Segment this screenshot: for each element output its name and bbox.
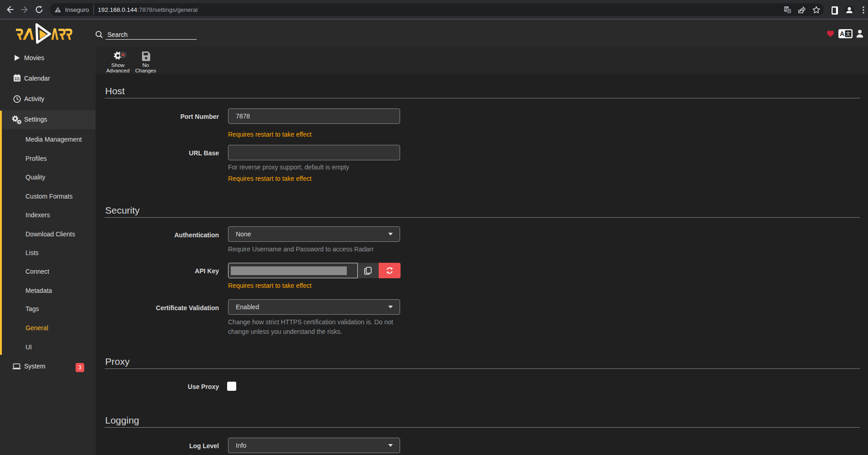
svg-text:文: 文 [846,31,851,36]
svg-text:A: A [840,30,844,37]
